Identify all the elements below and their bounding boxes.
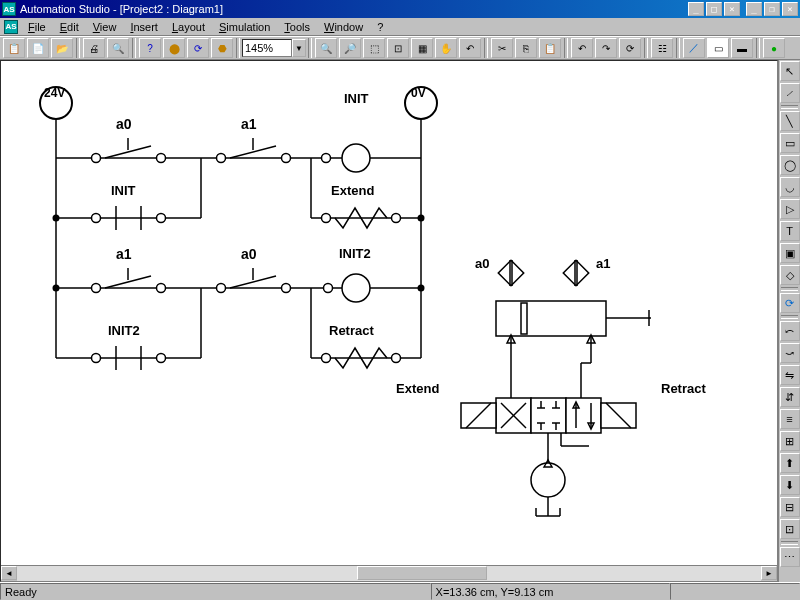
svg-point-34 (282, 284, 291, 293)
minimize-button[interactable]: _ (688, 2, 704, 16)
line-tool[interactable]: ╲ (780, 111, 800, 131)
undo-button[interactable]: ↶ (571, 38, 593, 58)
distribute-tool[interactable]: ⊞ (780, 431, 800, 451)
svg-rect-79 (461, 403, 496, 428)
rotate-right-tool[interactable]: ⤻ (780, 343, 800, 363)
color2-button[interactable]: ▬ (731, 38, 753, 58)
svg-point-27 (53, 285, 60, 292)
field-tool[interactable]: ◇ (780, 265, 800, 285)
repeat-button[interactable]: ⟳ (619, 38, 641, 58)
label-init-coil: INIT (344, 91, 369, 106)
doc-icon: AS (4, 20, 18, 34)
doc-close-button[interactable]: × (782, 2, 798, 16)
prev-view-button[interactable]: ↶ (459, 38, 481, 58)
sim-step-button[interactable]: ⟳ (187, 38, 209, 58)
svg-point-25 (392, 214, 401, 223)
image-tool[interactable]: ▣ (780, 243, 800, 263)
svg-point-10 (282, 154, 291, 163)
print-button[interactable]: 🖨 (83, 38, 105, 58)
svg-rect-64 (496, 398, 531, 433)
menu-view[interactable]: View (87, 20, 123, 34)
ungroup-tool[interactable]: ⊡ (780, 519, 800, 539)
svg-line-67 (501, 403, 526, 428)
zoom-out-button[interactable]: 🔎 (339, 38, 361, 58)
flip-v-tool[interactable]: ⇵ (780, 387, 800, 407)
menu-tools[interactable]: Tools (278, 20, 316, 34)
copy-button[interactable]: ⎘ (515, 38, 537, 58)
drawing-toolbar: ↖ ⟋ ╲ ▭ ◯ ◡ ▷ T ▣ ◇ ⟳ ⤺ ⤻ ⇋ ⇵ ≡ ⊞ ⬆ ⬇ ⊟ … (778, 60, 800, 582)
doc-restore-button[interactable]: ❐ (764, 2, 780, 16)
pan-button[interactable]: ✋ (435, 38, 457, 58)
group-tool[interactable]: ⊟ (780, 497, 800, 517)
polygon-tool[interactable]: ▷ (780, 199, 800, 219)
preview-button[interactable]: 🔍 (107, 38, 129, 58)
maximize-button[interactable]: □ (706, 2, 722, 16)
pointer-tool[interactable]: ↖ (780, 61, 800, 81)
zoom-fit-button[interactable]: ⊡ (387, 38, 409, 58)
menu-insert[interactable]: Insert (124, 20, 164, 34)
main-toolbar: 📋 📄 📂 🖨 🔍 ? ⬤ ⟳ ⬣ 145% ▼ 🔍 🔎 ⬚ ⊡ ▦ ✋ ↶ ✂… (0, 36, 800, 60)
menu-file[interactable]: FFileile (22, 20, 52, 34)
menu-window[interactable]: Window (318, 20, 369, 34)
bring-front-tool[interactable]: ⬆ (780, 453, 800, 473)
svg-line-11 (230, 146, 276, 158)
menu-layout[interactable]: Layout (166, 20, 211, 34)
verify-button[interactable]: ? (139, 38, 161, 58)
close-button[interactable]: × (724, 2, 740, 16)
window-title: Automation Studio - [Project2 : Diagram1… (20, 3, 688, 15)
diagram-canvas[interactable]: 24V 0V a0 a1 INIT INIT Extend a1 a0 INIT… (1, 61, 777, 565)
zoom-page-button[interactable]: ▦ (411, 38, 433, 58)
align-tool[interactable]: ≡ (780, 409, 800, 429)
menubar: AS FFileile Edit View Insert Layout Simu… (0, 18, 800, 36)
arc-tool[interactable]: ◡ (780, 177, 800, 197)
scroll-thumb[interactable] (357, 566, 487, 580)
svg-point-33 (217, 284, 226, 293)
text-tool[interactable]: T (780, 221, 800, 241)
doc-minimize-button[interactable]: _ (746, 2, 762, 16)
scroll-left-button[interactable]: ◄ (1, 566, 17, 580)
svg-rect-57 (521, 303, 527, 334)
menu-help[interactable]: ? (371, 20, 389, 34)
rect-tool[interactable]: ▭ (780, 133, 800, 153)
svg-point-29 (92, 284, 101, 293)
zoom-input[interactable]: 145% (242, 39, 292, 57)
h-scrollbar[interactable]: ◄ ► (1, 565, 777, 581)
redo-button[interactable]: ↷ (595, 38, 617, 58)
svg-point-13 (342, 144, 370, 172)
svg-line-68 (501, 403, 526, 428)
new-button[interactable]: 📄 (27, 38, 49, 58)
scroll-right-button[interactable]: ► (761, 566, 777, 580)
label-init2-coil: INIT2 (339, 246, 371, 261)
scroll-track[interactable] (17, 566, 761, 581)
menu-edit[interactable]: Edit (54, 20, 85, 34)
svg-rect-66 (566, 398, 601, 433)
svg-point-84 (531, 463, 565, 497)
draw-line-button[interactable]: ／ (683, 38, 705, 58)
label-a0-r1: a0 (116, 116, 132, 132)
ellipse-tool[interactable]: ◯ (780, 155, 800, 175)
send-back-tool[interactable]: ⬇ (780, 475, 800, 495)
refresh-tool[interactable]: ⟳ (780, 293, 800, 313)
rotate-left-tool[interactable]: ⤺ (780, 321, 800, 341)
sim-normal-button[interactable]: ⬤ (163, 38, 185, 58)
zoom-dropdown[interactable]: ▼ (292, 39, 306, 57)
link-tool[interactable]: ⟋ (780, 83, 800, 103)
paste-button[interactable]: 📋 (3, 38, 25, 58)
flip-h-tool[interactable]: ⇋ (780, 365, 800, 385)
svg-point-9 (217, 154, 226, 163)
sim-slow-button[interactable]: ⬣ (211, 38, 233, 58)
zoom-in-button[interactable]: 🔍 (315, 38, 337, 58)
cut-button[interactable]: ✂ (491, 38, 513, 58)
menu-simulation[interactable]: Simulation (213, 20, 276, 34)
open-button[interactable]: 📂 (51, 38, 73, 58)
svg-point-26 (418, 215, 425, 222)
color-button[interactable]: ▭ (707, 38, 729, 58)
svg-point-24 (322, 214, 331, 223)
library-button[interactable]: ☷ (651, 38, 673, 58)
zoom-window-button[interactable]: ⬚ (363, 38, 385, 58)
run-button[interactable]: ● (763, 38, 785, 58)
extra-tool[interactable]: ⋯ (780, 547, 800, 567)
paste2-button[interactable]: 📋 (539, 38, 561, 58)
svg-point-17 (53, 215, 60, 222)
svg-line-80 (466, 403, 491, 428)
